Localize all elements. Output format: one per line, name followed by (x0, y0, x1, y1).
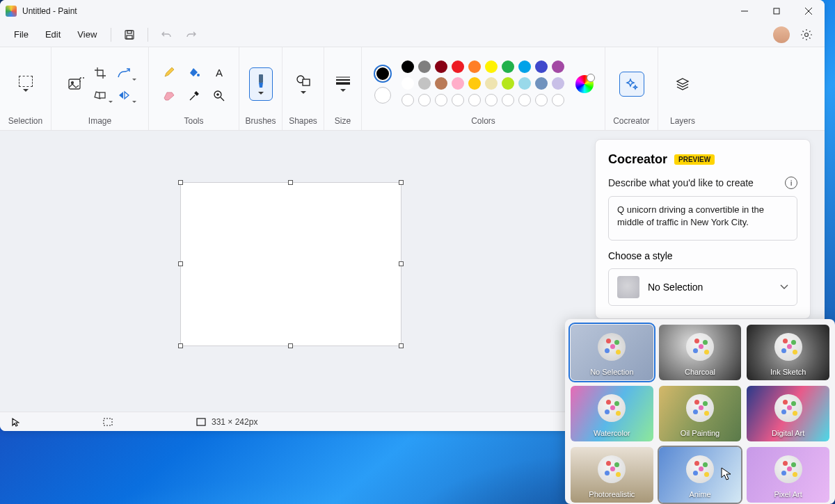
color-swatch[interactable] (502, 77, 514, 90)
crop-icon[interactable] (90, 63, 111, 83)
ribbon-group-image: Image (51, 47, 149, 130)
style-card-charcoal[interactable]: Charcoal (659, 325, 742, 380)
resize-handle[interactable] (399, 261, 404, 266)
resize-handle[interactable] (178, 343, 183, 348)
style-card-ink-sketch[interactable]: Ink Sketch (747, 325, 829, 380)
color-swatch-empty[interactable] (401, 94, 414, 106)
color-picker-icon[interactable] (575, 75, 594, 93)
info-icon[interactable]: i (785, 177, 797, 189)
menu-edit[interactable]: Edit (38, 25, 67, 44)
resize-handle[interactable] (288, 180, 293, 185)
resize-handle[interactable] (399, 343, 404, 348)
style-card-oil-painting[interactable]: Oil Painting (659, 386, 742, 441)
color-swatch-empty[interactable] (418, 94, 431, 106)
undo-icon[interactable] (155, 24, 177, 46)
save-icon[interactable] (118, 24, 141, 46)
style-label: Pixel Art (774, 490, 802, 498)
layers-button[interactable] (670, 72, 695, 97)
prompt-input[interactable]: Q unicorn driving a convertible in the m… (608, 196, 797, 241)
app-icon (6, 6, 17, 17)
color-swatch[interactable] (418, 60, 431, 73)
preview-badge: PREVIEW (674, 154, 715, 165)
style-label: Digital Art (772, 429, 804, 437)
svg-point-12 (197, 74, 200, 76)
menubar: File Edit View (0, 22, 825, 47)
color-secondary[interactable] (374, 87, 391, 104)
maximize-button[interactable] (761, 0, 793, 22)
color-swatch[interactable] (485, 60, 498, 73)
color-swatch-empty[interactable] (468, 94, 481, 106)
style-card-photorealistic[interactable]: Photorealistic (571, 447, 653, 503)
style-dropdown[interactable]: No Selection (608, 268, 797, 306)
style-label: Photorealistic (589, 490, 635, 498)
size-button[interactable] (331, 67, 355, 101)
cocreator-panel: Cocreator PREVIEW Describe what you'd li… (595, 139, 811, 319)
resize-handle[interactable] (178, 261, 183, 266)
color-palette (401, 60, 566, 108)
color-swatch[interactable] (468, 60, 481, 73)
color-swatch-empty[interactable] (518, 94, 531, 106)
color-swatch[interactable] (535, 77, 548, 90)
color-swatch-empty[interactable] (485, 94, 498, 106)
text-icon[interactable]: A (208, 62, 230, 83)
redo-icon[interactable] (180, 24, 202, 46)
color-swatch[interactable] (452, 77, 464, 90)
rotate-icon[interactable] (90, 86, 111, 105)
resize-handle[interactable] (178, 180, 183, 185)
ribbon-label-image: Image (88, 116, 111, 126)
color-swatch[interactable] (401, 60, 414, 73)
style-card-watercolor[interactable]: Watercolor (571, 386, 653, 441)
canvas[interactable] (181, 183, 401, 346)
brush-button[interactable] (249, 67, 273, 101)
color-swatch[interactable] (552, 77, 564, 90)
magnifier-icon[interactable] (208, 86, 230, 106)
color-swatch-empty[interactable] (552, 94, 564, 106)
color-swatch-empty[interactable] (502, 94, 514, 106)
color-swatch[interactable] (535, 60, 548, 73)
color-swatch-empty[interactable] (435, 94, 447, 106)
color-swatch[interactable] (518, 77, 531, 90)
color-swatch-empty[interactable] (535, 94, 548, 106)
ribbon-label-brushes: Brushes (245, 116, 276, 126)
style-label: Charcoal (685, 368, 715, 376)
color-swatch[interactable] (468, 77, 481, 90)
close-button[interactable] (793, 0, 825, 22)
style-card-no-selection[interactable]: No Selection (571, 325, 653, 380)
color-swatch[interactable] (485, 77, 498, 90)
image-generate-icon[interactable] (66, 63, 87, 105)
color-swatch[interactable] (418, 77, 431, 90)
cocreator-button[interactable] (619, 72, 644, 97)
svg-rect-11 (100, 92, 105, 98)
eyedropper-icon[interactable] (183, 86, 205, 106)
ribbon-group-shapes: Shapes (283, 47, 324, 130)
color-swatch[interactable] (452, 60, 464, 73)
ribbon-label-layers: Layers (670, 116, 695, 126)
resize-handle[interactable] (399, 180, 404, 185)
resize-icon[interactable] (113, 63, 134, 83)
color-swatch[interactable] (401, 77, 414, 90)
menu-view[interactable]: View (70, 25, 104, 44)
style-card-digital-art[interactable]: Digital Art (747, 386, 829, 441)
color-swatch[interactable] (435, 60, 447, 73)
color-swatch-empty[interactable] (452, 94, 464, 106)
style-card-pixel-art[interactable]: Pixel Art (747, 447, 829, 503)
minimize-button[interactable] (729, 0, 761, 22)
color-swatch[interactable] (518, 60, 531, 73)
settings-icon[interactable] (795, 24, 818, 46)
fill-icon[interactable] (183, 62, 205, 83)
color-swatch[interactable] (552, 60, 564, 73)
svg-text:A: A (216, 67, 223, 78)
color-primary[interactable] (374, 65, 392, 83)
color-swatch[interactable] (502, 60, 514, 73)
resize-handle[interactable] (288, 343, 293, 348)
pencil-icon[interactable] (158, 62, 180, 83)
selection-tool[interactable] (13, 67, 38, 101)
flip-icon[interactable] (113, 86, 134, 105)
profile-avatar[interactable] (773, 26, 790, 43)
ribbon-group-size: Size (324, 47, 362, 130)
eraser-icon[interactable] (158, 86, 180, 106)
shapes-button[interactable] (292, 67, 315, 101)
menu-file[interactable]: File (7, 25, 35, 44)
color-swatch[interactable] (435, 77, 447, 90)
titlebar: Untitled - Paint (0, 0, 825, 22)
